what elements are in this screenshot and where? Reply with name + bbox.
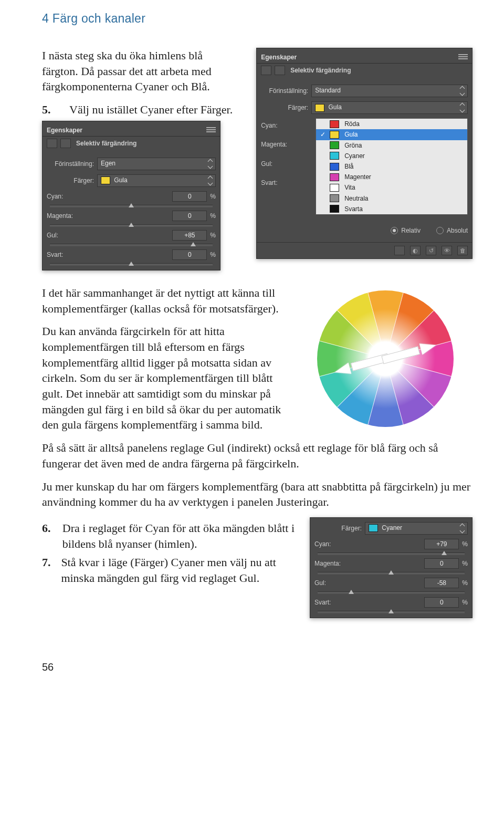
slider-label: Magenta: — [261, 140, 311, 149]
reset-icon[interactable]: ↺ — [426, 246, 436, 255]
slider-row: Magenta: % — [310, 556, 472, 576]
slider-value-input[interactable] — [172, 230, 207, 241]
relative-radio[interactable]: Relativ — [391, 226, 421, 235]
percent-label: % — [462, 560, 468, 567]
dropdown-option[interactable]: ✓ Gula — [316, 129, 467, 140]
dropdown-option[interactable]: Cyaner — [316, 151, 467, 161]
panel-menu-icon[interactable] — [206, 127, 216, 132]
slider-label: Svart: — [47, 251, 63, 259]
colors-select[interactable]: Gula — [311, 101, 468, 114]
slider-track[interactable] — [318, 591, 465, 594]
body-paragraph: Ju mer kunskap du har om färgers komplem… — [42, 479, 472, 510]
slider-value-input[interactable] — [424, 578, 459, 588]
percent-label: % — [462, 540, 468, 548]
slider-label: Magenta: — [47, 212, 73, 220]
adjustment-type-icon[interactable] — [47, 139, 57, 148]
color-swatch — [315, 104, 324, 112]
percent-label: % — [210, 212, 216, 220]
percent-label: % — [210, 232, 216, 239]
percent-label: % — [462, 599, 468, 606]
intro-paragraph: I nästa steg ska du öka himlens blå färg… — [42, 48, 242, 95]
dropdown-option[interactable]: Magenter — [316, 172, 467, 182]
slider-label: Gul: — [261, 160, 311, 168]
slider-label: Svart: — [261, 179, 311, 187]
slider-track[interactable] — [50, 263, 213, 266]
slider-track[interactable] — [50, 244, 213, 246]
step-text: Dra i reglaget för Cyan för att öka mäng… — [62, 520, 297, 551]
slider-track[interactable] — [318, 572, 465, 575]
slider-label: Magenta: — [314, 559, 341, 568]
view-previous-icon[interactable]: ◐ — [410, 246, 421, 255]
step-5: 5. Välj nu istället Cyaner efter Färger. — [42, 102, 242, 118]
colors-dropdown[interactable]: Röda ✓ Gula Gröna Cyaner Blå Magenter Vi… — [316, 118, 468, 215]
visibility-icon[interactable]: 👁 — [442, 246, 452, 255]
slider-row: Cyan: % — [43, 189, 220, 208]
preset-label: Förinställning: — [47, 160, 94, 168]
body-paragraph: I det här sammanhanget är det nyttigt at… — [42, 285, 283, 316]
page-number: 56 — [42, 660, 472, 674]
mask-icon[interactable] — [275, 66, 285, 75]
slider-track[interactable] — [318, 611, 465, 613]
colors-select[interactable]: Gula — [97, 174, 216, 187]
slider-row: Svart: % — [43, 247, 220, 267]
body-paragraph: Du kan använda färgcirkeln för att hitta… — [42, 324, 283, 433]
colors-label: Färger: — [314, 524, 362, 533]
slider-row: Magenta: % — [43, 208, 220, 228]
slider-value-input[interactable] — [424, 597, 459, 608]
dropdown-option[interactable]: Gröna — [316, 140, 467, 151]
preset-label: Förinställning: — [261, 87, 308, 95]
dropdown-option[interactable]: Neutrala — [316, 193, 467, 204]
slider-row: Gul: % — [310, 576, 472, 595]
step-6: 6. Dra i reglaget för Cyan för att öka m… — [42, 520, 297, 551]
dropdown-option[interactable]: Svarta — [316, 204, 467, 214]
slider-value-input[interactable] — [172, 249, 207, 260]
preset-select[interactable]: Standard — [311, 85, 468, 97]
percent-label: % — [462, 579, 468, 587]
adjustment-type-icon[interactable] — [261, 66, 271, 75]
properties-panel-b: Egenskaper Selektiv färgändring Förinstä… — [256, 48, 472, 259]
dropdown-option[interactable]: Röda — [316, 119, 467, 129]
dropdown-option[interactable]: Vita — [316, 182, 467, 193]
slider-label: Svart: — [314, 598, 331, 607]
slider-row: Svart: % — [310, 595, 472, 614]
clip-icon[interactable] — [394, 246, 405, 255]
body-paragraph: På så sätt är alltså panelens reglage Gu… — [42, 440, 472, 471]
adjustment-name: Selektiv färgändring — [290, 66, 351, 75]
properties-panel-c: Färger: Cyaner Cyan: % Magenta: % Gul: %… — [310, 517, 472, 618]
properties-panel-a: Egenskaper Selektiv färgändring Förinstä… — [42, 121, 220, 270]
slider-label: Cyan: — [314, 540, 331, 548]
step-text: Stå kvar i läge (Färger) Cyaner men välj… — [61, 555, 297, 586]
colors-label: Färger: — [47, 176, 94, 185]
adjustment-name: Selektiv färgändring — [76, 139, 136, 148]
slider-track[interactable] — [50, 224, 213, 227]
absolute-radio[interactable]: Absolut — [436, 226, 468, 235]
slider-label: Gul: — [47, 231, 58, 239]
mask-icon[interactable] — [60, 139, 71, 148]
percent-label: % — [210, 251, 216, 258]
panel-title: Egenskaper — [261, 53, 297, 61]
slider-track[interactable] — [318, 552, 465, 555]
panel-menu-icon[interactable] — [458, 54, 468, 59]
dropdown-option[interactable]: Blå — [316, 161, 467, 172]
slider-row: Cyan: % — [310, 537, 472, 556]
color-swatch — [101, 176, 110, 184]
slider-value-input[interactable] — [424, 558, 459, 569]
slider-row: Gul: % — [43, 228, 220, 247]
slider-value-input[interactable] — [172, 211, 207, 221]
step-number: 7. — [42, 555, 52, 586]
preset-select[interactable]: Egen — [97, 158, 216, 170]
slider-track[interactable] — [50, 205, 213, 207]
colors-select[interactable]: Cyaner — [365, 522, 468, 535]
slider-label: Gul: — [314, 579, 326, 587]
panel-footer-icons: ◐ ↺ 👁 🗑 — [257, 242, 472, 255]
step-number: 6. — [42, 520, 54, 551]
slider-label: Cyan: — [261, 121, 311, 130]
step-text: Välj nu istället Cyaner efter Färger. — [69, 102, 233, 118]
step-7: 7. Stå kvar i läge (Färger) Cyaner men v… — [42, 555, 297, 586]
slider-value-input[interactable] — [424, 539, 459, 549]
chapter-heading: 4 Färg och kanaler — [42, 11, 472, 27]
trash-icon[interactable]: 🗑 — [457, 246, 468, 255]
slider-label: Cyan: — [47, 192, 63, 201]
slider-value-input[interactable] — [172, 191, 207, 202]
color-swatch — [369, 524, 378, 532]
